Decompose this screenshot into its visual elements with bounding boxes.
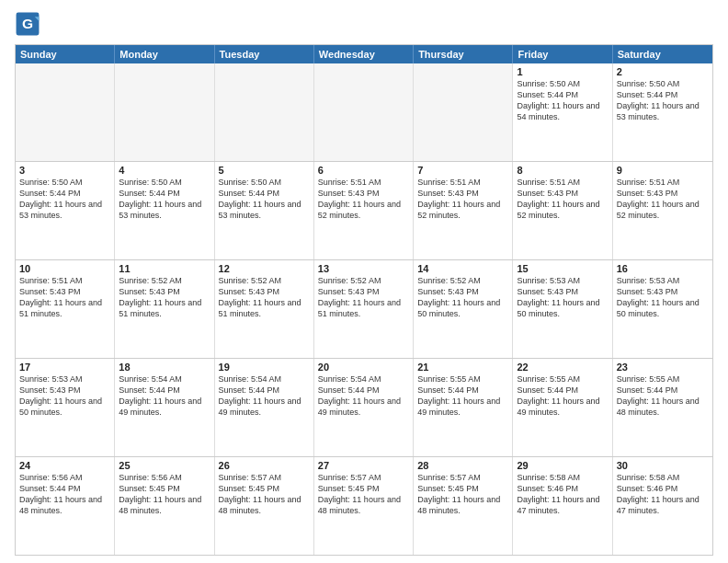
calendar-cell: 20Sunrise: 5:54 AMSunset: 5:44 PMDayligh… <box>314 359 414 456</box>
day-number: 2 <box>617 66 709 77</box>
day-info: Sunrise: 5:51 AMSunset: 5:43 PMDaylight:… <box>617 177 709 222</box>
day-number: 19 <box>219 362 310 373</box>
calendar-cell: 1Sunrise: 5:50 AMSunset: 5:44 PMDaylight… <box>513 63 612 161</box>
calendar-cell <box>115 63 214 161</box>
day-number: 23 <box>617 362 709 373</box>
calendar-cell: 7Sunrise: 5:51 AMSunset: 5:43 PMDaylight… <box>414 162 513 259</box>
calendar-cell: 13Sunrise: 5:52 AMSunset: 5:43 PMDayligh… <box>314 260 414 358</box>
day-info: Sunrise: 5:53 AMSunset: 5:43 PMDaylight:… <box>617 275 709 320</box>
calendar-cell: 2Sunrise: 5:50 AMSunset: 5:44 PMDaylight… <box>613 63 712 161</box>
day-info: Sunrise: 5:58 AMSunset: 5:46 PMDaylight:… <box>517 472 608 517</box>
day-info: Sunrise: 5:51 AMSunset: 5:43 PMDaylight:… <box>19 275 110 320</box>
calendar-cell: 12Sunrise: 5:52 AMSunset: 5:43 PMDayligh… <box>215 260 314 358</box>
logo: G <box>15 11 42 37</box>
day-info: Sunrise: 5:56 AMSunset: 5:45 PMDaylight:… <box>119 472 210 517</box>
day-number: 7 <box>417 165 508 176</box>
day-number: 30 <box>617 460 709 471</box>
day-number: 5 <box>219 165 310 176</box>
day-info: Sunrise: 5:55 AMSunset: 5:44 PMDaylight:… <box>417 373 508 419</box>
day-number: 15 <box>517 263 608 274</box>
header: G <box>15 11 713 37</box>
calendar-cell: 29Sunrise: 5:58 AMSunset: 5:46 PMDayligh… <box>513 457 612 555</box>
calendar-cell <box>16 63 115 161</box>
day-info: Sunrise: 5:52 AMSunset: 5:43 PMDaylight:… <box>318 275 409 320</box>
weekday-header-wednesday: Wednesday <box>314 45 414 63</box>
day-number: 4 <box>119 165 210 176</box>
weekday-header-saturday: Saturday <box>613 45 712 63</box>
day-info: Sunrise: 5:53 AMSunset: 5:43 PMDaylight:… <box>517 275 608 320</box>
day-number: 11 <box>119 263 210 274</box>
day-info: Sunrise: 5:50 AMSunset: 5:44 PMDaylight:… <box>19 177 110 222</box>
calendar-body: 1Sunrise: 5:50 AMSunset: 5:44 PMDaylight… <box>16 63 712 555</box>
calendar-week-3: 10Sunrise: 5:51 AMSunset: 5:43 PMDayligh… <box>16 260 712 359</box>
calendar-cell: 21Sunrise: 5:55 AMSunset: 5:44 PMDayligh… <box>414 359 513 456</box>
day-info: Sunrise: 5:55 AMSunset: 5:44 PMDaylight:… <box>517 373 608 419</box>
day-number: 29 <box>517 460 608 471</box>
calendar-cell <box>215 63 314 161</box>
calendar-cell: 15Sunrise: 5:53 AMSunset: 5:43 PMDayligh… <box>513 260 612 358</box>
day-info: Sunrise: 5:57 AMSunset: 5:45 PMDaylight:… <box>318 472 409 517</box>
day-info: Sunrise: 5:50 AMSunset: 5:44 PMDaylight:… <box>517 78 608 123</box>
day-number: 22 <box>517 362 608 373</box>
calendar: SundayMondayTuesdayWednesdayThursdayFrid… <box>15 44 713 556</box>
day-number: 1 <box>517 66 608 77</box>
calendar-cell: 25Sunrise: 5:56 AMSunset: 5:45 PMDayligh… <box>115 457 214 555</box>
calendar-cell: 4Sunrise: 5:50 AMSunset: 5:44 PMDaylight… <box>115 162 214 259</box>
calendar-cell: 22Sunrise: 5:55 AMSunset: 5:44 PMDayligh… <box>513 359 612 456</box>
day-number: 17 <box>19 362 110 373</box>
day-number: 21 <box>417 362 508 373</box>
day-number: 8 <box>517 165 608 176</box>
day-info: Sunrise: 5:50 AMSunset: 5:44 PMDaylight:… <box>219 177 310 222</box>
calendar-cell <box>314 63 414 161</box>
day-info: Sunrise: 5:51 AMSunset: 5:43 PMDaylight:… <box>417 177 508 222</box>
day-number: 16 <box>617 263 709 274</box>
calendar-cell: 9Sunrise: 5:51 AMSunset: 5:43 PMDaylight… <box>613 162 712 259</box>
calendar-cell: 18Sunrise: 5:54 AMSunset: 5:44 PMDayligh… <box>115 359 214 456</box>
day-info: Sunrise: 5:57 AMSunset: 5:45 PMDaylight:… <box>417 472 508 517</box>
day-number: 13 <box>318 263 409 274</box>
calendar-cell <box>414 63 513 161</box>
day-info: Sunrise: 5:57 AMSunset: 5:45 PMDaylight:… <box>219 472 310 517</box>
day-info: Sunrise: 5:54 AMSunset: 5:44 PMDaylight:… <box>219 373 310 419</box>
day-number: 18 <box>119 362 210 373</box>
day-number: 20 <box>318 362 409 373</box>
calendar-cell: 24Sunrise: 5:56 AMSunset: 5:44 PMDayligh… <box>16 457 115 555</box>
calendar-cell: 10Sunrise: 5:51 AMSunset: 5:43 PMDayligh… <box>16 260 115 358</box>
day-info: Sunrise: 5:56 AMSunset: 5:44 PMDaylight:… <box>19 472 110 517</box>
weekday-header-tuesday: Tuesday <box>215 45 314 63</box>
day-info: Sunrise: 5:55 AMSunset: 5:44 PMDaylight:… <box>617 373 709 419</box>
day-number: 26 <box>219 460 310 471</box>
svg-text:G: G <box>22 16 33 31</box>
calendar-week-4: 17Sunrise: 5:53 AMSunset: 5:43 PMDayligh… <box>16 359 712 457</box>
calendar-week-1: 1Sunrise: 5:50 AMSunset: 5:44 PMDaylight… <box>16 63 712 162</box>
calendar-cell: 28Sunrise: 5:57 AMSunset: 5:45 PMDayligh… <box>414 457 513 555</box>
day-info: Sunrise: 5:54 AMSunset: 5:44 PMDaylight:… <box>119 373 210 419</box>
day-info: Sunrise: 5:50 AMSunset: 5:44 PMDaylight:… <box>119 177 210 222</box>
day-info: Sunrise: 5:58 AMSunset: 5:46 PMDaylight:… <box>617 472 709 517</box>
day-number: 6 <box>318 165 409 176</box>
day-info: Sunrise: 5:53 AMSunset: 5:43 PMDaylight:… <box>19 373 110 419</box>
calendar-header: SundayMondayTuesdayWednesdayThursdayFrid… <box>16 45 712 63</box>
day-number: 14 <box>417 263 508 274</box>
weekday-header-monday: Monday <box>115 45 214 63</box>
day-info: Sunrise: 5:52 AMSunset: 5:43 PMDaylight:… <box>219 275 310 320</box>
weekday-header-sunday: Sunday <box>16 45 115 63</box>
day-number: 27 <box>318 460 409 471</box>
calendar-cell: 6Sunrise: 5:51 AMSunset: 5:43 PMDaylight… <box>314 162 414 259</box>
day-info: Sunrise: 5:52 AMSunset: 5:43 PMDaylight:… <box>417 275 508 320</box>
calendar-cell: 26Sunrise: 5:57 AMSunset: 5:45 PMDayligh… <box>215 457 314 555</box>
day-number: 12 <box>219 263 310 274</box>
day-info: Sunrise: 5:51 AMSunset: 5:43 PMDaylight:… <box>318 177 409 222</box>
day-info: Sunrise: 5:50 AMSunset: 5:44 PMDaylight:… <box>617 78 709 123</box>
calendar-cell: 16Sunrise: 5:53 AMSunset: 5:43 PMDayligh… <box>613 260 712 358</box>
day-info: Sunrise: 5:54 AMSunset: 5:44 PMDaylight:… <box>318 373 409 419</box>
calendar-cell: 11Sunrise: 5:52 AMSunset: 5:43 PMDayligh… <box>115 260 214 358</box>
calendar-cell: 5Sunrise: 5:50 AMSunset: 5:44 PMDaylight… <box>215 162 314 259</box>
calendar-cell: 17Sunrise: 5:53 AMSunset: 5:43 PMDayligh… <box>16 359 115 456</box>
day-info: Sunrise: 5:51 AMSunset: 5:43 PMDaylight:… <box>517 177 608 222</box>
weekday-header-thursday: Thursday <box>414 45 513 63</box>
day-number: 9 <box>617 165 709 176</box>
day-number: 28 <box>417 460 508 471</box>
day-number: 25 <box>119 460 210 471</box>
day-number: 24 <box>19 460 110 471</box>
